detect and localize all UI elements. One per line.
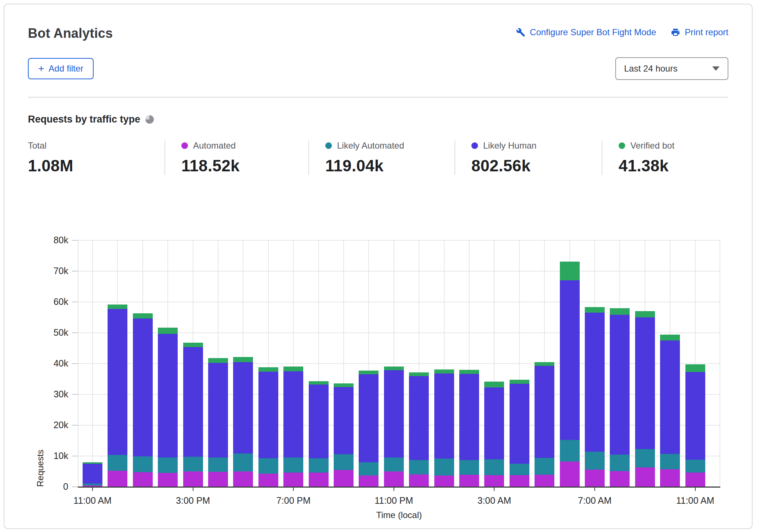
chart-bar[interactable] — [334, 383, 354, 487]
segment-likely-human — [108, 309, 127, 455]
segment-automated — [510, 475, 529, 487]
x-tick-label: 3:00 PM — [153, 495, 233, 506]
chart-bar[interactable] — [359, 370, 378, 487]
segment-likely-human — [635, 317, 655, 449]
chart-bar[interactable] — [434, 369, 454, 487]
segment-likely-human — [83, 464, 102, 484]
legend-item-likely-human[interactable]: Likely Human 802.56k — [454, 141, 602, 175]
time-range-select[interactable]: Last 24 hours — [615, 57, 728, 80]
horizontal-gridline — [78, 271, 720, 272]
segment-likely-automated — [334, 454, 354, 470]
segment-verified-bot — [208, 358, 228, 363]
segment-likely-automated — [434, 459, 454, 475]
chart-bar[interactable] — [258, 367, 278, 487]
x-axis-tick — [494, 487, 495, 491]
segment-likely-automated — [83, 484, 102, 485]
x-axis-tick — [193, 487, 193, 491]
chart-bar[interactable] — [585, 307, 605, 487]
chart-bar[interactable] — [384, 367, 404, 487]
segment-verified-bot — [384, 367, 404, 370]
chart-bar[interactable] — [208, 358, 228, 487]
segment-verified-bot — [283, 367, 303, 371]
chevron-down-icon — [712, 66, 720, 71]
segment-automated — [610, 471, 630, 487]
y-tick-label: 40k — [6, 358, 68, 369]
chart-bar[interactable] — [685, 364, 705, 487]
configure-super-bot-fight-mode-link[interactable]: Configure Super Bot Fight Mode — [516, 27, 656, 37]
segment-automated — [660, 469, 680, 487]
chart-bar[interactable] — [635, 311, 655, 487]
segment-likely-human — [510, 384, 529, 464]
segment-verified-bot — [309, 381, 329, 385]
horizontal-gridline — [78, 240, 720, 241]
chart-bar[interactable] — [560, 262, 580, 487]
y-axis-tick — [72, 332, 78, 333]
x-tick-label: 3:00 AM — [454, 495, 535, 506]
chart-bar[interactable] — [83, 462, 102, 487]
pie-chart-icon — [145, 115, 154, 124]
segment-likely-automated — [660, 454, 680, 469]
chart-bar[interactable] — [409, 372, 429, 487]
chart-bar[interactable] — [610, 308, 630, 487]
segment-verified-bot — [133, 313, 153, 318]
y-tick-label: 80k — [6, 235, 68, 245]
y-tick-label: 20k — [6, 420, 68, 430]
legend-item-likely-automated[interactable]: Likely Automated 119.04k — [308, 141, 454, 175]
segment-verified-bot — [685, 364, 705, 372]
segment-automated — [535, 475, 554, 487]
segment-automated — [158, 473, 178, 487]
segment-likely-automated — [560, 440, 580, 461]
segment-verified-bot — [359, 371, 378, 375]
segment-automated — [459, 475, 479, 487]
y-tick-label: 10k — [6, 451, 68, 461]
chart-bar[interactable] — [233, 357, 253, 487]
x-tick-label: 11:00 AM — [52, 495, 133, 506]
legend-item-automated[interactable]: Automated 118.52k — [164, 141, 308, 175]
segment-likely-human — [434, 374, 454, 459]
segment-likely-human — [560, 280, 580, 440]
chart-bar[interactable] — [183, 343, 203, 487]
y-tick-label: 30k — [6, 389, 68, 400]
x-axis-title: Time (local) — [78, 510, 720, 520]
segment-automated — [434, 475, 454, 487]
print-report-link[interactable]: Print report — [671, 27, 728, 37]
segment-likely-human — [334, 387, 354, 454]
segment-automated — [309, 473, 329, 487]
chart-bar[interactable] — [510, 380, 529, 487]
chart-bar[interactable] — [108, 305, 127, 487]
chart-bar[interactable] — [660, 335, 680, 487]
x-tick-label: 7:00 AM — [554, 495, 635, 506]
segment-automated — [635, 467, 655, 487]
segment-likely-human — [484, 387, 504, 460]
segment-likely-automated — [309, 458, 329, 473]
chart-bar[interactable] — [158, 328, 178, 487]
chart-bar[interactable] — [283, 367, 303, 487]
segment-likely-human — [183, 347, 203, 457]
segment-automated — [359, 475, 378, 487]
bot-analytics-card: Bot Analytics Configure Super Bot Fight … — [4, 4, 753, 529]
chart-bar[interactable] — [535, 362, 554, 487]
segment-likely-human — [585, 313, 605, 452]
y-axis-tick — [72, 487, 78, 487]
x-axis-line — [78, 487, 720, 488]
segment-automated — [560, 462, 580, 487]
legend-item-verified-bot[interactable]: Verified bot 41.38k — [602, 141, 682, 175]
requests-chart: Requests 010k20k30k40k50k60k70k80k11:00 … — [4, 221, 757, 532]
x-tick-label: 7:00 PM — [253, 495, 334, 506]
y-axis-tick — [72, 302, 78, 302]
segment-verified-bot — [334, 383, 354, 387]
time-range-value: Last 24 hours — [624, 63, 677, 74]
likely-human-legend-dot — [471, 142, 478, 149]
chart-bar[interactable] — [309, 381, 329, 487]
segment-likely-automated — [208, 458, 228, 472]
chart-bar[interactable] — [459, 370, 479, 487]
segment-likely-human — [133, 318, 153, 456]
add-filter-button[interactable]: + Add filter — [28, 58, 94, 79]
chart-bar[interactable] — [133, 313, 153, 487]
x-axis-tick — [594, 487, 595, 491]
stat-automated-label: Automated — [193, 141, 236, 151]
y-axis-tick — [72, 363, 78, 364]
segment-likely-automated — [359, 462, 378, 475]
chart-bar[interactable] — [484, 382, 504, 487]
segment-likely-automated — [585, 452, 605, 470]
